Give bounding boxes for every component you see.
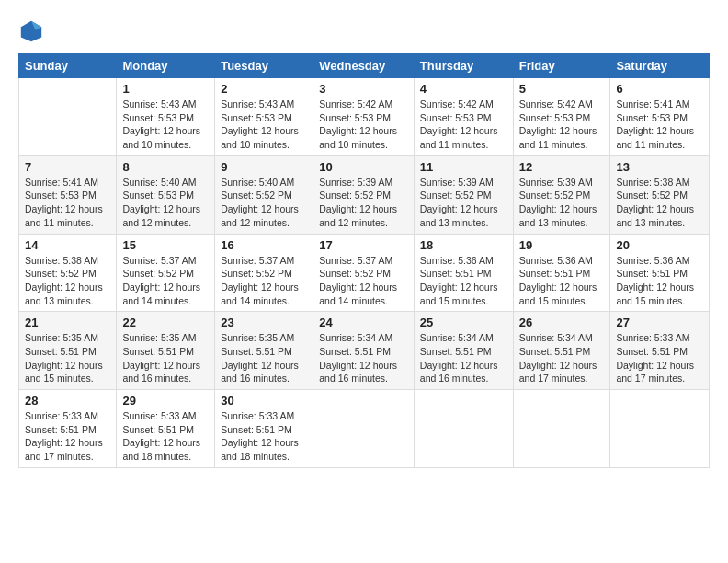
day-number: 15 bbox=[122, 238, 209, 252]
day-info: Sunrise: 5:35 AM Sunset: 5:51 PM Dayligh… bbox=[122, 331, 209, 385]
day-info: Sunrise: 5:36 AM Sunset: 5:51 PM Dayligh… bbox=[420, 254, 507, 308]
day-number: 9 bbox=[221, 160, 307, 174]
day-info: Sunrise: 5:34 AM Sunset: 5:51 PM Dayligh… bbox=[319, 331, 408, 385]
day-info: Sunrise: 5:34 AM Sunset: 5:51 PM Dayligh… bbox=[519, 331, 605, 385]
day-info: Sunrise: 5:36 AM Sunset: 5:51 PM Dayligh… bbox=[519, 254, 605, 308]
calendar-cell: 26Sunrise: 5:34 AM Sunset: 5:51 PM Dayli… bbox=[513, 312, 610, 390]
calendar-cell: 23Sunrise: 5:35 AM Sunset: 5:51 PM Dayli… bbox=[215, 312, 313, 390]
day-info: Sunrise: 5:35 AM Sunset: 5:51 PM Dayligh… bbox=[221, 331, 307, 385]
day-number: 4 bbox=[420, 82, 507, 96]
day-info: Sunrise: 5:34 AM Sunset: 5:51 PM Dayligh… bbox=[420, 331, 507, 385]
calendar-cell bbox=[19, 78, 117, 156]
day-number: 2 bbox=[221, 82, 307, 96]
week-row-1: 1Sunrise: 5:43 AM Sunset: 5:53 PM Daylig… bbox=[19, 78, 710, 156]
day-number: 26 bbox=[519, 316, 605, 329]
day-info: Sunrise: 5:33 AM Sunset: 5:51 PM Dayligh… bbox=[616, 331, 703, 385]
calendar-cell: 15Sunrise: 5:37 AM Sunset: 5:52 PM Dayli… bbox=[117, 234, 215, 312]
day-number: 28 bbox=[25, 394, 110, 408]
day-info: Sunrise: 5:33 AM Sunset: 5:51 PM Dayligh… bbox=[122, 409, 209, 464]
calendar-cell: 4Sunrise: 5:42 AM Sunset: 5:53 PM Daylig… bbox=[414, 78, 513, 156]
day-info: Sunrise: 5:37 AM Sunset: 5:52 PM Dayligh… bbox=[221, 254, 307, 308]
calendar-cell: 21Sunrise: 5:35 AM Sunset: 5:51 PM Dayli… bbox=[19, 312, 117, 390]
day-number: 23 bbox=[221, 316, 307, 329]
day-number: 20 bbox=[616, 238, 703, 252]
calendar-cell: 5Sunrise: 5:42 AM Sunset: 5:53 PM Daylig… bbox=[513, 78, 610, 156]
day-info: Sunrise: 5:33 AM Sunset: 5:51 PM Dayligh… bbox=[221, 409, 307, 464]
week-row-3: 14Sunrise: 5:38 AM Sunset: 5:52 PM Dayli… bbox=[19, 234, 710, 312]
calendar-cell: 16Sunrise: 5:37 AM Sunset: 5:52 PM Dayli… bbox=[215, 234, 313, 312]
week-row-4: 21Sunrise: 5:35 AM Sunset: 5:51 PM Dayli… bbox=[19, 312, 710, 390]
header-day-tuesday: Tuesday bbox=[215, 54, 313, 78]
calendar-cell: 20Sunrise: 5:36 AM Sunset: 5:51 PM Dayli… bbox=[610, 234, 710, 312]
day-info: Sunrise: 5:41 AM Sunset: 5:53 PM Dayligh… bbox=[616, 98, 703, 152]
calendar-body: 1Sunrise: 5:43 AM Sunset: 5:53 PM Daylig… bbox=[19, 78, 710, 468]
calendar-cell: 30Sunrise: 5:33 AM Sunset: 5:51 PM Dayli… bbox=[215, 390, 313, 468]
calendar-cell: 11Sunrise: 5:39 AM Sunset: 5:52 PM Dayli… bbox=[414, 155, 513, 234]
calendar-cell: 2Sunrise: 5:43 AM Sunset: 5:53 PM Daylig… bbox=[215, 78, 313, 156]
day-number: 10 bbox=[319, 160, 408, 174]
calendar-cell bbox=[414, 390, 513, 468]
day-number: 18 bbox=[420, 238, 507, 252]
day-info: Sunrise: 5:42 AM Sunset: 5:53 PM Dayligh… bbox=[319, 98, 408, 152]
calendar-cell: 17Sunrise: 5:37 AM Sunset: 5:52 PM Dayli… bbox=[313, 234, 415, 312]
calendar-cell: 13Sunrise: 5:38 AM Sunset: 5:52 PM Dayli… bbox=[610, 155, 710, 234]
day-number: 16 bbox=[221, 238, 307, 252]
day-info: Sunrise: 5:37 AM Sunset: 5:52 PM Dayligh… bbox=[319, 254, 408, 308]
calendar-cell: 10Sunrise: 5:39 AM Sunset: 5:52 PM Dayli… bbox=[313, 155, 415, 234]
day-number: 22 bbox=[122, 316, 209, 329]
calendar-cell: 24Sunrise: 5:34 AM Sunset: 5:51 PM Dayli… bbox=[313, 312, 415, 390]
day-number: 7 bbox=[25, 160, 110, 174]
day-info: Sunrise: 5:36 AM Sunset: 5:51 PM Dayligh… bbox=[616, 254, 703, 308]
day-number: 25 bbox=[420, 316, 507, 329]
day-number: 27 bbox=[616, 316, 703, 329]
day-number: 8 bbox=[122, 160, 209, 174]
header-day-wednesday: Wednesday bbox=[313, 54, 415, 78]
header-day-friday: Friday bbox=[513, 54, 610, 78]
logo bbox=[18, 18, 47, 44]
header-row: SundayMondayTuesdayWednesdayThursdayFrid… bbox=[19, 54, 710, 78]
day-info: Sunrise: 5:40 AM Sunset: 5:52 PM Dayligh… bbox=[221, 176, 307, 230]
calendar-cell bbox=[313, 390, 415, 468]
week-row-5: 28Sunrise: 5:33 AM Sunset: 5:51 PM Dayli… bbox=[19, 390, 710, 468]
calendar-cell: 7Sunrise: 5:41 AM Sunset: 5:53 PM Daylig… bbox=[19, 155, 117, 234]
calendar-cell: 25Sunrise: 5:34 AM Sunset: 5:51 PM Dayli… bbox=[414, 312, 513, 390]
calendar-cell: 27Sunrise: 5:33 AM Sunset: 5:51 PM Dayli… bbox=[610, 312, 710, 390]
day-info: Sunrise: 5:38 AM Sunset: 5:52 PM Dayligh… bbox=[25, 254, 110, 308]
day-number: 29 bbox=[122, 394, 209, 408]
day-number: 21 bbox=[25, 316, 110, 329]
day-number: 13 bbox=[616, 160, 703, 174]
calendar-table: SundayMondayTuesdayWednesdayThursdayFrid… bbox=[18, 53, 710, 468]
header-day-sunday: Sunday bbox=[19, 54, 117, 78]
header-day-monday: Monday bbox=[117, 54, 215, 78]
calendar-cell: 6Sunrise: 5:41 AM Sunset: 5:53 PM Daylig… bbox=[610, 78, 710, 156]
calendar-cell: 14Sunrise: 5:38 AM Sunset: 5:52 PM Dayli… bbox=[19, 234, 117, 312]
day-number: 1 bbox=[122, 82, 209, 96]
day-number: 6 bbox=[616, 82, 703, 96]
calendar-cell bbox=[513, 390, 610, 468]
day-info: Sunrise: 5:43 AM Sunset: 5:53 PM Dayligh… bbox=[221, 98, 307, 152]
calendar-header: SundayMondayTuesdayWednesdayThursdayFrid… bbox=[19, 54, 710, 78]
day-info: Sunrise: 5:37 AM Sunset: 5:52 PM Dayligh… bbox=[122, 254, 209, 308]
calendar-cell: 12Sunrise: 5:39 AM Sunset: 5:52 PM Dayli… bbox=[513, 155, 610, 234]
page-container: SundayMondayTuesdayWednesdayThursdayFrid… bbox=[0, 0, 728, 477]
calendar-cell: 9Sunrise: 5:40 AM Sunset: 5:52 PM Daylig… bbox=[215, 155, 313, 234]
day-info: Sunrise: 5:33 AM Sunset: 5:51 PM Dayligh… bbox=[25, 409, 110, 464]
day-number: 24 bbox=[319, 316, 408, 329]
calendar-cell: 28Sunrise: 5:33 AM Sunset: 5:51 PM Dayli… bbox=[19, 390, 117, 468]
calendar-cell: 8Sunrise: 5:40 AM Sunset: 5:53 PM Daylig… bbox=[117, 155, 215, 234]
day-info: Sunrise: 5:35 AM Sunset: 5:51 PM Dayligh… bbox=[25, 331, 110, 385]
header-day-saturday: Saturday bbox=[610, 54, 710, 78]
week-row-2: 7Sunrise: 5:41 AM Sunset: 5:53 PM Daylig… bbox=[19, 155, 710, 234]
day-info: Sunrise: 5:41 AM Sunset: 5:53 PM Dayligh… bbox=[25, 176, 110, 230]
day-number: 30 bbox=[221, 394, 307, 408]
header bbox=[18, 14, 710, 44]
day-number: 11 bbox=[420, 160, 507, 174]
day-info: Sunrise: 5:42 AM Sunset: 5:53 PM Dayligh… bbox=[519, 98, 605, 152]
calendar-cell bbox=[610, 390, 710, 468]
day-number: 17 bbox=[319, 238, 408, 252]
day-info: Sunrise: 5:42 AM Sunset: 5:53 PM Dayligh… bbox=[420, 98, 507, 152]
day-number: 12 bbox=[519, 160, 605, 174]
calendar-cell: 22Sunrise: 5:35 AM Sunset: 5:51 PM Dayli… bbox=[117, 312, 215, 390]
day-number: 14 bbox=[25, 238, 110, 252]
logo-icon bbox=[18, 18, 44, 44]
